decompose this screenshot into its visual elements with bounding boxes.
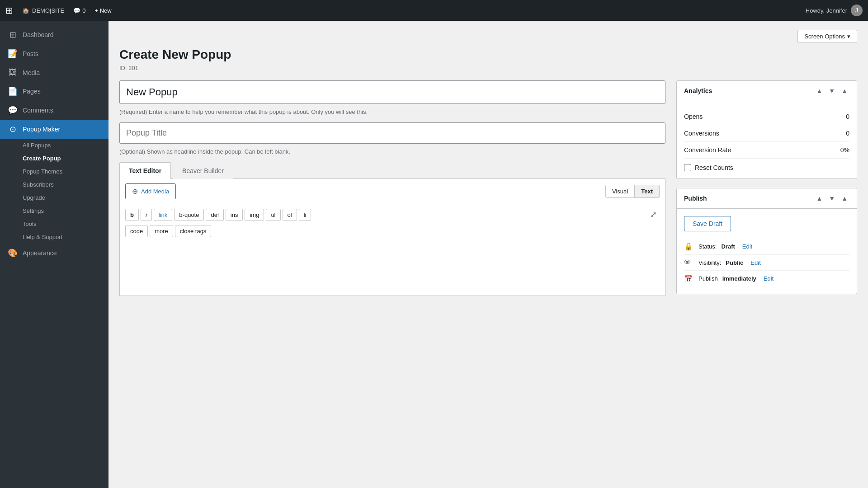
editor-format-bar: b i link b-quote del ins img ul ol li ⤢ … xyxy=(120,204,665,241)
sidebar-item-pages[interactable]: 📄 Pages xyxy=(0,82,108,101)
analytics-conversions-row: Conversions 0 xyxy=(684,125,849,142)
visibility-edit-link[interactable]: Edit xyxy=(750,259,760,266)
format-ul-button[interactable]: ul xyxy=(266,209,280,221)
editor-toolbar-top: ⊕ Add Media Visual Text xyxy=(120,179,665,204)
sidebar-item-media[interactable]: 🖼 Media xyxy=(0,63,108,82)
reset-counts-row: Reset Counts xyxy=(684,159,849,171)
visibility-icon: 👁 xyxy=(684,258,694,267)
analytics-panel-controls: ▲ ▼ ▲ xyxy=(814,86,849,95)
format-close-tags-button[interactable]: close tags xyxy=(175,225,212,237)
analytics-panel-title: Analytics xyxy=(684,87,712,94)
popup-maker-icon: ⊙ xyxy=(7,124,18,134)
analytics-close-button[interactable]: ▲ xyxy=(840,86,849,95)
publish-status-row: 🔒 Status: Draft Edit xyxy=(684,239,849,255)
expand-editor-button[interactable]: ⤢ xyxy=(647,208,660,221)
format-link-button[interactable]: link xyxy=(154,209,173,221)
format-italic-button[interactable]: i xyxy=(141,209,152,221)
format-ins-button[interactable]: ins xyxy=(226,209,243,221)
analytics-opens-row: Opens 0 xyxy=(684,108,849,125)
analytics-panel: Analytics ▲ ▼ ▲ Opens 0 Conve xyxy=(676,80,857,179)
schedule-edit-link[interactable]: Edit xyxy=(764,275,774,282)
reset-counts-checkbox[interactable] xyxy=(684,164,691,171)
sidebar-item-comments[interactable]: 💬 Comments xyxy=(0,101,108,120)
format-bold-button[interactable]: b xyxy=(125,209,139,221)
site-name[interactable]: 🏠 DEMO|SITE xyxy=(22,7,64,14)
name-hint: (Required) Enter a name to help you reme… xyxy=(119,108,665,115)
screen-options-bar: Screen Options ▾ xyxy=(119,30,857,43)
page-title: Create New Popup xyxy=(119,47,857,62)
sidebar-subitem-settings[interactable]: Settings xyxy=(0,204,108,217)
publish-panel-header: Publish ▲ ▼ ▲ xyxy=(677,188,857,209)
publish-panel: Publish ▲ ▼ ▲ Save Draft 🔒 S xyxy=(676,188,857,294)
posts-icon: 📝 xyxy=(7,49,18,59)
sidebar-subitem-all-popups[interactable]: All Popups xyxy=(0,139,108,152)
add-media-button[interactable]: ⊕ Add Media xyxy=(125,183,176,199)
sidebar-subitem-help-support[interactable]: Help & Support xyxy=(0,230,108,244)
page-id: ID: 201 xyxy=(119,65,857,71)
appearance-icon: 🎨 xyxy=(7,248,18,258)
main-column: (Required) Enter a name to help you reme… xyxy=(119,80,665,303)
sidebar-subitem-upgrade[interactable]: Upgrade xyxy=(0,191,108,204)
visual-tab-button[interactable]: Visual xyxy=(605,185,635,198)
analytics-collapse-down-button[interactable]: ▼ xyxy=(827,86,837,95)
analytics-panel-body: Opens 0 Conversions 0 Conversion Rate 0% xyxy=(677,101,857,178)
sidebar-column: Analytics ▲ ▼ ▲ Opens 0 Conve xyxy=(676,80,857,303)
greeting-text: Howdy, Jennifer xyxy=(806,7,847,14)
analytics-collapse-up-button[interactable]: ▲ xyxy=(814,86,824,95)
avatar[interactable]: J xyxy=(851,5,863,16)
comment-icon: 💬 xyxy=(73,7,80,14)
sidebar-item-dashboard[interactable]: ⊞ Dashboard xyxy=(0,25,108,44)
main-content: Screen Options ▾ Create New Popup ID: 20… xyxy=(108,21,868,488)
publish-panel-body: Save Draft 🔒 Status: Draft Edit 👁 Visibi… xyxy=(677,209,857,294)
sidebar-item-posts[interactable]: 📝 Posts xyxy=(0,44,108,63)
status-edit-link[interactable]: Edit xyxy=(742,243,752,250)
sidebar-subitem-tools[interactable]: Tools xyxy=(0,217,108,230)
editor-area: ⊕ Add Media Visual Text xyxy=(119,179,665,296)
tab-text-editor[interactable]: Text Editor xyxy=(119,162,171,179)
format-bquote-button[interactable]: b-quote xyxy=(174,209,204,221)
format-li-button[interactable]: li xyxy=(299,209,311,221)
wp-logo-icon[interactable]: ⊞ xyxy=(5,5,13,16)
popup-title-input[interactable] xyxy=(119,122,665,144)
app-layout: ⊞ Dashboard 📝 Posts 🖼 Media 📄 Pages 💬 Co… xyxy=(0,21,868,488)
publish-panel-title: Publish xyxy=(684,195,707,202)
comments-link[interactable]: 💬 0 xyxy=(73,7,85,14)
screen-options-button[interactable]: Screen Options ▾ xyxy=(797,30,857,43)
publish-collapse-down-button[interactable]: ▼ xyxy=(827,194,837,203)
analytics-panel-header: Analytics ▲ ▼ ▲ xyxy=(677,81,857,101)
format-more-button[interactable]: more xyxy=(150,225,173,237)
title-hint: (Optional) Shown as headline inside the … xyxy=(119,148,665,155)
popup-name-input[interactable] xyxy=(119,80,665,104)
format-img-button[interactable]: img xyxy=(245,209,264,221)
save-draft-button[interactable]: Save Draft xyxy=(684,216,731,231)
publish-panel-controls: ▲ ▼ ▲ xyxy=(814,194,849,203)
publish-visibility-row: 👁 Visibility: Public Edit xyxy=(684,255,849,271)
format-code-button[interactable]: code xyxy=(125,225,148,237)
status-icon: 🔒 xyxy=(684,242,694,251)
analytics-conversion-rate-row: Conversion Rate 0% xyxy=(684,142,849,159)
publish-schedule-row: 📅 Publish immediately Edit xyxy=(684,271,849,286)
publish-close-button[interactable]: ▲ xyxy=(840,194,849,203)
dashboard-icon: ⊞ xyxy=(7,30,18,40)
sidebar-item-popup-maker[interactable]: ⊙ Popup Maker xyxy=(0,120,108,139)
content-columns: (Required) Enter a name to help you reme… xyxy=(119,80,857,303)
sidebar: ⊞ Dashboard 📝 Posts 🖼 Media 📄 Pages 💬 Co… xyxy=(0,21,108,488)
editor-content-area[interactable] xyxy=(120,241,665,296)
reset-counts-label: Reset Counts xyxy=(695,164,733,171)
new-content-button[interactable]: + New xyxy=(95,7,112,14)
text-tab-button[interactable]: Text xyxy=(635,185,660,198)
sidebar-subitem-create-popup[interactable]: Create Popup xyxy=(0,152,108,165)
pages-icon: 📄 xyxy=(7,86,18,96)
sidebar-subitem-subscribers[interactable]: Subscribers xyxy=(0,178,108,191)
adminbar-right: Howdy, Jennifer J xyxy=(806,5,863,16)
admin-bar: ⊞ 🏠 DEMO|SITE 💬 0 + New Howdy, Jennifer … xyxy=(0,0,868,21)
format-del-button[interactable]: del xyxy=(206,209,223,221)
tab-beaver-builder[interactable]: Beaver Builder xyxy=(173,162,233,179)
format-ol-button[interactable]: ol xyxy=(283,209,297,221)
sidebar-item-appearance[interactable]: 🎨 Appearance xyxy=(0,244,108,263)
media-icon: 🖼 xyxy=(7,68,18,77)
sidebar-subitem-popup-themes[interactable]: Popup Themes xyxy=(0,165,108,178)
publish-collapse-up-button[interactable]: ▲ xyxy=(814,194,824,203)
visual-text-toggle: Visual Text xyxy=(605,185,660,198)
add-media-icon: ⊕ xyxy=(132,187,138,196)
